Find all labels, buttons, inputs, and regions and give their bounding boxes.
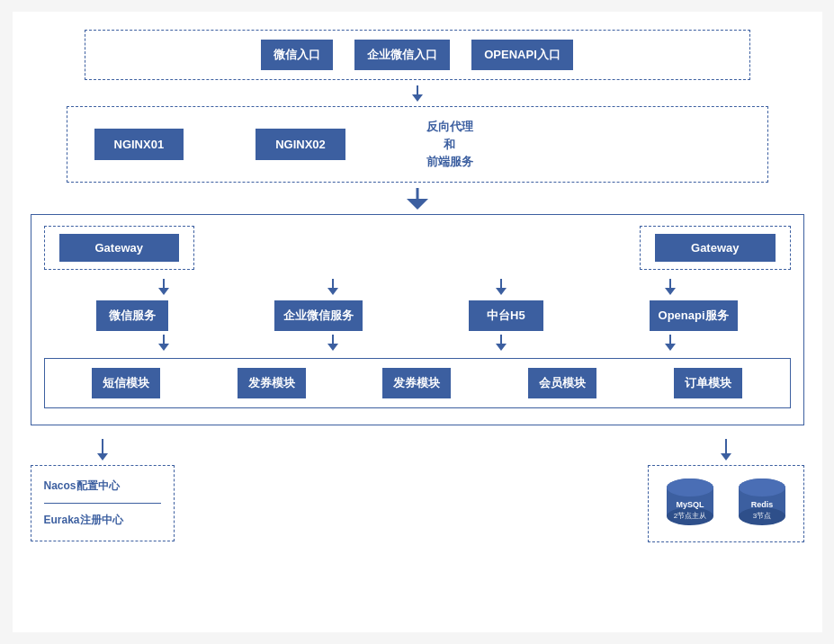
nginx-label: 反向代理 和 前端服务: [426, 118, 473, 171]
sms-module: 短信模块: [92, 368, 160, 398]
svg-point-27: [667, 479, 713, 496]
nginx-dashed-box: NGINX01 NGINX02 反向代理 和 前端服务: [67, 106, 768, 183]
nacos-column: Nacos配置中心 Euraka注册中心: [31, 436, 175, 541]
coupon-module1: 发券模块: [238, 368, 306, 398]
gateway-left-dashed: Gateway: [44, 226, 194, 270]
svg-marker-1: [412, 94, 423, 102]
entry-dashed-box: 微信入口 企业微信入口 OPENAPI入口: [85, 30, 750, 80]
eureka-registry: Euraka注册中心: [44, 509, 161, 532]
arrow-entry-to-nginx: [31, 85, 804, 103]
modules-section: 短信模块 发券模块 发券模块 会员模块 订单模块: [44, 358, 791, 408]
gateway-row: Gateway Gateway: [44, 226, 791, 270]
wechat-entry: 微信入口: [261, 40, 333, 70]
order-module: 订单模块: [674, 368, 742, 398]
wechat-service: 微信服务: [96, 300, 168, 331]
svg-text:MySQL: MySQL: [676, 500, 704, 509]
svg-marker-5: [158, 288, 169, 295]
svg-marker-21: [97, 453, 108, 461]
nginx02-box: NGINX02: [256, 129, 345, 160]
mysql-wrapper: MySQL 2节点主从: [663, 475, 717, 532]
svg-marker-15: [327, 344, 338, 351]
svg-marker-19: [665, 344, 676, 351]
openapi-entry: OPENAPI入口: [471, 40, 573, 70]
mysql-icon: MySQL 2节点主从: [663, 475, 717, 532]
db-section: MySQL 2节点主从 Redis 3节点: [648, 465, 804, 542]
openapi-service: Openapi服务: [650, 300, 738, 331]
nacos-config: Nacos配置中心: [44, 475, 161, 497]
svg-point-33: [739, 479, 785, 496]
gateway-outer-box: Gateway Gateway 微信服务 企业微信服务 中台H5 Openapi…: [31, 214, 804, 425]
redis-wrapper: Redis 3节点: [735, 475, 789, 532]
services-row: 微信服务 企业微信服务 中台H5 Openapi服务: [44, 300, 791, 331]
corp-wechat-service: 企业微信服务: [274, 300, 363, 331]
arrow-to-nacos: [95, 439, 110, 462]
diagram-container: 微信入口 企业微信入口 OPENAPI入口 NGINX01 NGINX02 反向…: [13, 12, 822, 632]
svg-marker-7: [327, 288, 338, 295]
corp-wechat-entry: 企业微信入口: [354, 40, 450, 70]
svg-text:2节点主从: 2节点主从: [673, 512, 705, 520]
nginx-section: NGINX01 NGINX02 反向代理 和 前端服务: [31, 106, 804, 183]
svg-text:Redis: Redis: [750, 500, 773, 509]
svg-marker-3: [407, 199, 428, 210]
arrow-to-db: [719, 439, 733, 462]
arrow-nginx-to-gateway: [31, 188, 804, 211]
entry-section: 微信入口 企业微信入口 OPENAPI入口: [31, 30, 804, 80]
midplatform-h5: 中台H5: [469, 300, 543, 331]
svg-marker-11: [665, 288, 676, 295]
bottom-row: Nacos配置中心 Euraka注册中心: [31, 436, 804, 542]
coupon-module2: 发券模块: [382, 368, 451, 398]
svg-text:3节点: 3节点: [752, 512, 770, 520]
member-module: 会员模块: [528, 368, 596, 398]
svg-marker-9: [496, 288, 507, 295]
db-column: MySQL 2节点主从 Redis 3节点: [648, 436, 804, 542]
gateway-right: Gateway: [655, 234, 775, 262]
modules-row: 短信模块 发券模块 发券模块 会员模块 订单模块: [54, 368, 781, 398]
redis-icon: Redis 3节点: [735, 475, 789, 532]
nacos-box: Nacos配置中心 Euraka注册中心: [31, 465, 175, 541]
svg-marker-17: [496, 344, 507, 351]
arrows-svc-to-mod: [44, 335, 791, 353]
nginx01-box: NGINX01: [94, 129, 184, 160]
arrows-gw-to-svc: [44, 279, 791, 297]
svg-marker-23: [721, 453, 731, 461]
gateway-left: Gateway: [59, 234, 179, 262]
gateway-right-dashed: Gateway: [640, 226, 790, 270]
svg-marker-13: [158, 344, 169, 351]
